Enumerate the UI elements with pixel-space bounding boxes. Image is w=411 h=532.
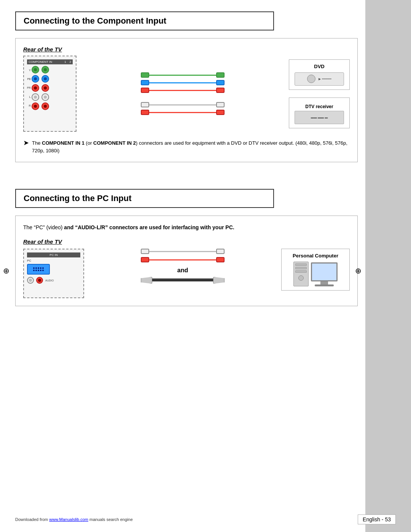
- pc-panel-label: PC: [27, 259, 80, 262]
- pc-plug-red-right: [216, 257, 225, 262]
- cable-line-red2: [149, 112, 216, 113]
- pc-audio-jack-r: [36, 277, 43, 284]
- pc-section-title-box: Connecting to the PC Input: [15, 189, 274, 208]
- jack-r-col1: [32, 102, 39, 110]
- component-title: Connecting to the Component Input: [24, 16, 266, 26]
- cable-line-blue: [149, 82, 216, 83]
- dvd-illustration: ▶ ━━━━━: [295, 72, 344, 86]
- dvd-label: DVD: [295, 64, 344, 69]
- cable-red: [141, 88, 225, 93]
- jack-y-col2: [41, 66, 49, 73]
- panel-header-text: COMPONENT IN: [29, 60, 52, 64]
- cross-marker-right: ⊕: [355, 266, 362, 275]
- component-devices: DVD ▶ ━━━━━ DTV receiver ▬▬ ▬▬ ▬: [289, 59, 350, 128]
- component-note-text: The COMPONENT IN 1 (or COMPONENT IN 2) c…: [32, 139, 350, 154]
- pc-tower-slot-2: [295, 267, 307, 269]
- monitor-base: [315, 284, 334, 286]
- vga-cable-line: [152, 279, 213, 281]
- plug-green-right: [216, 72, 225, 78]
- pc-title: Connecting to the PC Input: [24, 193, 266, 203]
- connector-labels: Y PB PR L R: [27, 66, 31, 110]
- component-section-title-box: Connecting to the Component Input: [15, 11, 274, 30]
- jack-pr-col2: [41, 84, 49, 92]
- plug-white-left: [141, 102, 149, 107]
- plug-red2-right: [216, 110, 225, 115]
- dvd-device-box: DVD ▶ ━━━━━: [289, 59, 350, 90]
- jack-pb-col2: [41, 75, 49, 83]
- pc-audio-cable-red: [141, 257, 225, 262]
- pc-diagram-box: The “PC” (video) and “AUDIO-L/R” connect…: [15, 216, 358, 306]
- panel-col-nums: 1 2: [64, 60, 71, 64]
- pc-monitor: [311, 262, 338, 286]
- plug-white-right: [216, 102, 225, 107]
- pc-audio-cable-white: [141, 249, 225, 254]
- connector-col-1: [32, 66, 39, 110]
- pc-intro-text: The “PC” (video) and “AUDIO-L/R” connect…: [23, 224, 350, 232]
- pc-tower-drive: [298, 275, 304, 281]
- cable-line-white: [149, 104, 216, 105]
- jack-pr-col1: [32, 84, 39, 92]
- component-inner: Y PB PR L R: [27, 66, 73, 110]
- component-note-area: ➤ The COMPONENT IN 1 (or COMPONENT IN 2)…: [23, 139, 350, 154]
- cross-marker-left: ⊕: [3, 266, 10, 275]
- cable-red2: [141, 110, 225, 115]
- pc-device-label: Personal Computer: [287, 253, 344, 259]
- pc-audio-jacks: AUDIO: [27, 277, 80, 284]
- jack-pb-col1: [32, 75, 39, 83]
- plug-blue-right: [216, 80, 225, 85]
- component-panel-header: COMPONENT IN 1 2: [27, 59, 73, 64]
- cable-line-green: [149, 75, 216, 76]
- pc-plug-white-left: [141, 249, 149, 254]
- pc-cable-red: [149, 259, 216, 260]
- dtv-illustration: ▬▬ ▬▬ ▬: [295, 111, 344, 124]
- pc-tower: [293, 262, 309, 286]
- plug-green-left: [141, 72, 149, 78]
- vga-plug-right: [213, 277, 225, 284]
- monitor-screen: [311, 262, 338, 281]
- pc-tower-slot-1: [295, 264, 307, 266]
- component-diagram-box: Rear of the TV COMPONENT IN 1 2: [15, 38, 358, 162]
- component-diagram-area: COMPONENT IN 1 2 Y PB PR L: [23, 56, 350, 132]
- pc-and-label: and: [177, 267, 188, 274]
- cable-blue: [141, 80, 225, 85]
- cable-green: [141, 72, 225, 78]
- cable-line-red: [149, 90, 216, 91]
- component-cable-area: [84, 72, 281, 115]
- jack-l-col2: [41, 93, 49, 101]
- dtv-label: DTV receiver: [295, 104, 344, 109]
- monitor-stand: [320, 281, 328, 284]
- connector-grid: [32, 66, 49, 110]
- jack-r-col2: [41, 102, 49, 110]
- pc-vga-cable: [141, 277, 225, 284]
- cable-white: [141, 102, 225, 107]
- plug-blue-left: [141, 80, 149, 85]
- pc-tv-panel: PC IN PC: [23, 249, 84, 298]
- note-arrow: ➤: [23, 139, 29, 147]
- component-rear-label: Rear of the TV: [23, 46, 350, 53]
- vga-dots: [32, 266, 45, 272]
- plug-red-left: [141, 88, 149, 93]
- jack-y-col1: [32, 66, 39, 73]
- component-tv-panel: COMPONENT IN 1 2 Y PB PR L: [23, 56, 76, 132]
- jack-l-col1: [32, 93, 39, 101]
- pc-device-box: Personal Computer: [281, 249, 350, 291]
- pc-audio-jack-l: [27, 277, 34, 284]
- pc-panel-header: PC IN: [27, 252, 80, 257]
- plug-red-right: [216, 88, 225, 93]
- pc-diagram-area: PC IN PC: [23, 249, 350, 298]
- vga-port: [27, 264, 50, 275]
- pc-illustration: [287, 262, 344, 286]
- plug-red2-left: [141, 110, 149, 115]
- vga-plug-left: [141, 277, 152, 284]
- connector-col-2: [41, 66, 49, 110]
- pc-rear-label: Rear of the TV: [23, 238, 350, 245]
- pc-tower-slot-3: [295, 270, 307, 273]
- pc-plug-red-left: [141, 257, 149, 262]
- dtv-device-box: DTV receiver ▬▬ ▬▬ ▬: [289, 97, 350, 128]
- pc-plug-white-right: [216, 249, 225, 254]
- pc-cable-area: and: [92, 249, 274, 284]
- pc-cable-white: [149, 251, 216, 252]
